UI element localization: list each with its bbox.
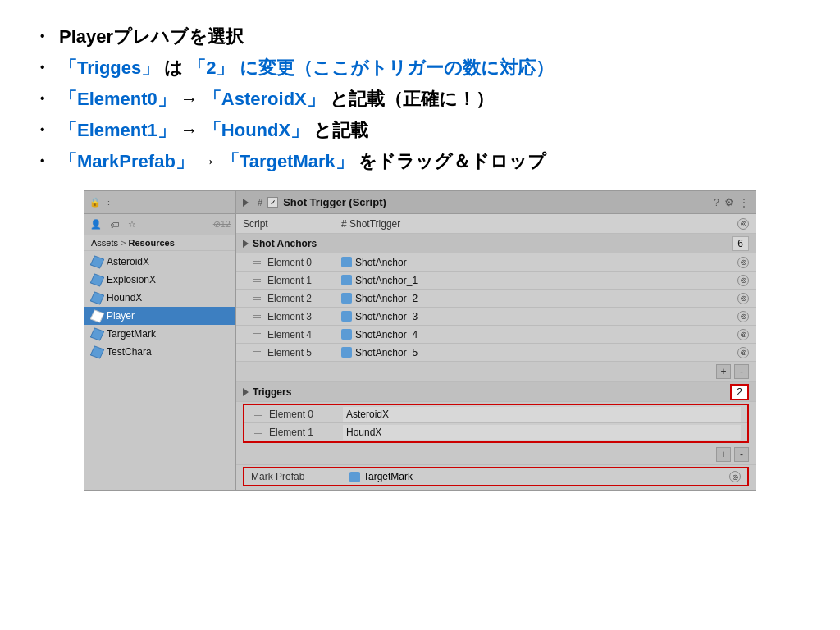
anchor-remove-button[interactable]: -: [734, 364, 749, 379]
shot-anchors-title: Shot Anchors: [253, 238, 732, 249]
bullet-item-5: ・ 「MarkPrefab」 → 「TargetMark」 をドラッグ＆ドロップ: [33, 149, 807, 174]
shot-anchors-triangle[interactable]: [243, 240, 249, 248]
breadcrumb-assets[interactable]: Assets: [91, 238, 118, 248]
asset-item-asteroidx[interactable]: AsteroidX: [84, 253, 235, 271]
drag-handle-3[interactable]: [253, 315, 261, 318]
triggers-triangle[interactable]: [243, 388, 249, 396]
context-menu-icon[interactable]: ⋮: [739, 197, 749, 208]
person-icon[interactable]: 👤: [89, 218, 103, 231]
element-label-0: Element 0: [267, 257, 341, 268]
bullet-dot: ・: [33, 87, 51, 112]
triggers-title: Triggers: [253, 386, 730, 398]
collapse-triangle[interactable]: [243, 199, 249, 207]
trigger-drag-handle-1[interactable]: [254, 431, 262, 434]
asset-label-asteroidx: AsteroidX: [107, 256, 149, 267]
bullet-item-3: ・ 「Element0」 → 「AsteroidX」 と記載（正確に！）: [33, 87, 807, 112]
anchor-icon-2: [341, 293, 352, 304]
hash-icon: #: [258, 198, 262, 208]
bullet-text-5d: をドラッグ＆ドロップ: [358, 149, 546, 174]
bullet-text-3a: 「Element0」: [59, 87, 176, 112]
unity-editor-panel: 🔒 ⋮ 👤 🏷 ☆ ⊘12 Assets > Resources Asteroi…: [84, 190, 756, 491]
script-row: Script # ShotTrigger ◎: [236, 214, 756, 234]
asset-item-targetmark[interactable]: TargetMark: [84, 325, 235, 343]
drag-handle-5[interactable]: [253, 351, 261, 354]
bullet-text-4d: と記載: [313, 118, 368, 143]
sidebar-icons-bar: 👤 🏷 ☆ ⊘12: [84, 214, 235, 235]
element-value-4: ShotAnchor_4 ◎: [341, 329, 749, 340]
bullet-text-2b: は: [164, 56, 183, 80]
drag-handle-0[interactable]: [253, 261, 261, 264]
tag-icon[interactable]: 🏷: [107, 218, 121, 231]
asset-label-targetmark: TargetMark: [107, 328, 156, 340]
bullet-text-4b: →: [180, 120, 199, 141]
anchor-select-btn-0[interactable]: ◎: [737, 257, 749, 268]
script-name: # ShotTrigger: [341, 218, 400, 230]
script-select-btn[interactable]: ◎: [737, 218, 749, 230]
mark-prefab-select-btn[interactable]: ◎: [729, 471, 741, 482]
inspector-header: # ✓ Shot Trigger (Script) ? ⚙ ⋮: [236, 191, 756, 214]
sidebar: 🔒 ⋮ 👤 🏷 ☆ ⊘12 Assets > Resources Asteroi…: [84, 191, 236, 490]
settings-icon[interactable]: ⚙: [724, 196, 734, 208]
mark-prefab-value: TargetMark: [363, 471, 413, 482]
star-icon[interactable]: ☆: [126, 218, 139, 231]
inspector-title: Shot Trigger (Script): [283, 196, 709, 208]
shot-anchors-header: Shot Anchors 6: [236, 234, 756, 253]
anchor-row-4: Element 4 ShotAnchor_4 ◎: [236, 326, 756, 344]
asset-item-player[interactable]: Player: [84, 307, 235, 325]
trigger-remove-button[interactable]: -: [734, 447, 749, 462]
mark-prefab-label: Mark Prefab: [251, 471, 349, 482]
script-value-container: # ShotTrigger ◎: [341, 218, 749, 230]
trigger-drag-handle-0[interactable]: [254, 413, 262, 416]
anchor-select-btn-3[interactable]: ◎: [737, 311, 749, 322]
anchor-icon-5: [341, 347, 352, 358]
menu-dots-icon[interactable]: ⋮: [104, 197, 113, 208]
anchor-icon-3: [341, 311, 352, 322]
cube-icon-player: [91, 310, 103, 322]
lock-icon[interactable]: 🔒: [89, 197, 101, 208]
cube-icon-targetmark: [91, 328, 103, 340]
bullet-text-3b: →: [180, 89, 199, 110]
mark-prefab-row: Mark Prefab TargetMark ◎: [243, 467, 749, 486]
element-label-2: Element 2: [267, 293, 341, 304]
bullet-item-4: ・ 「Element1」 → 「HoundX」 と記載: [33, 118, 807, 143]
bullet-text-5b: →: [199, 151, 217, 172]
trigger-row-1: Element 1: [244, 423, 747, 441]
drag-handle-2[interactable]: [253, 297, 261, 300]
bullet-text-1: Playerプレハブを選択: [59, 25, 244, 49]
trigger-add-button[interactable]: +: [716, 447, 731, 462]
script-label: Script: [243, 218, 341, 230]
trigger-input-1[interactable]: [343, 425, 741, 440]
enabled-checkbox[interactable]: ✓: [267, 197, 278, 208]
bullet-text-4a: 「Element1」: [59, 118, 176, 143]
trigger-input-0[interactable]: [343, 407, 741, 422]
asset-label-houndx: HoundX: [107, 292, 142, 304]
inspector: # ✓ Shot Trigger (Script) ? ⚙ ⋮ Script #…: [236, 191, 756, 490]
bullet-text-3c: 「AsteroidX」: [203, 87, 325, 112]
drag-handle-1[interactable]: [253, 279, 261, 282]
bullet-dot: ・: [33, 56, 51, 80]
asset-item-houndx[interactable]: HoundX: [84, 289, 235, 307]
asset-label-testchara: TestChara: [107, 346, 152, 358]
anchor-select-btn-2[interactable]: ◎: [737, 293, 749, 304]
element-value-1: ShotAnchor_1 ◎: [341, 275, 749, 286]
anchor-select-btn-4[interactable]: ◎: [737, 329, 749, 340]
anchor-select-btn-5[interactable]: ◎: [737, 347, 749, 358]
anchor-icon-0: [341, 257, 352, 267]
anchor-add-button[interactable]: +: [716, 364, 731, 379]
breadcrumb-resources[interactable]: Resources: [129, 238, 175, 248]
bullet-dot: ・: [33, 25, 51, 49]
help-icon[interactable]: ?: [714, 197, 719, 208]
anchor-select-btn-1[interactable]: ◎: [737, 275, 749, 286]
bullet-text-2a: 「Trigges」: [59, 56, 159, 80]
triggers-header: Triggers 2: [236, 382, 756, 402]
mark-prefab-value-container: TargetMark ◎: [349, 471, 741, 482]
bullet-text-4c: 「HoundX」: [203, 118, 308, 143]
bullet-dot: ・: [33, 118, 51, 143]
element-value-0: ShotAnchor ◎: [341, 257, 749, 268]
drag-handle-4[interactable]: [253, 333, 261, 336]
asset-item-explosionx[interactable]: ExplosionX: [84, 271, 235, 289]
asset-label-explosionx: ExplosionX: [107, 274, 156, 285]
anchor-row-2: Element 2 ShotAnchor_2 ◎: [236, 290, 756, 308]
asset-item-testchara[interactable]: TestChara: [84, 343, 235, 361]
mark-prefab-icon: [349, 472, 360, 482]
